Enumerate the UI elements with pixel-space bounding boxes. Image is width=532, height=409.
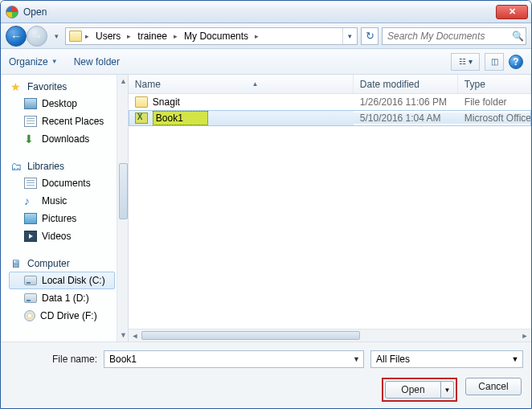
scroll-thumb[interactable] <box>141 331 360 340</box>
chevron-down-icon: ▼ <box>51 58 58 65</box>
breadcrumb-segment[interactable]: Users <box>92 31 124 42</box>
sidebar-item-local-disk-c[interactable]: Local Disk (C:) <box>9 272 115 289</box>
breadcrumb-segment[interactable]: trainee <box>134 31 170 42</box>
sidebar-item-downloads[interactable]: ⬇ Downloads <box>9 130 115 148</box>
file-row[interactable]: Book1 5/10/2016 1:04 AM Microsoft Office <box>129 110 531 126</box>
sidebar-item-desktop[interactable]: Desktop <box>9 95 115 112</box>
navigation-pane: ★ Favorites Desktop Recent Places ⬇ Down… <box>1 75 129 342</box>
sidebar-item-recent[interactable]: Recent Places <box>9 112 115 130</box>
chevron-right-icon: ▸ <box>172 32 179 40</box>
refresh-icon: ↻ <box>366 30 374 42</box>
sidebar-item-music[interactable]: ♪ Music <box>9 192 115 210</box>
back-button[interactable]: ← <box>6 26 27 47</box>
excel-icon <box>135 112 148 124</box>
sidebar-group-favorites[interactable]: ★ Favorites <box>9 80 115 95</box>
file-date: 5/10/2016 1:04 AM <box>354 112 458 124</box>
window-title: Open <box>23 6 47 18</box>
horizontal-scrollbar[interactable]: ◄ ► <box>129 329 531 342</box>
sidebar-group-label: Computer <box>27 258 70 269</box>
filename-combo[interactable]: ▼ <box>104 350 364 368</box>
sidebar-item-pictures[interactable]: Pictures <box>9 210 115 227</box>
column-type[interactable]: Type <box>458 75 531 93</box>
libraries-icon: 🗂 <box>10 161 23 172</box>
scroll-right-icon[interactable]: ► <box>518 332 531 340</box>
sidebar-group-libraries[interactable]: 🗂 Libraries <box>9 159 115 174</box>
sidebar-group-label: Libraries <box>27 161 64 172</box>
documents-icon <box>24 178 37 189</box>
file-filter-combo[interactable]: All Files ▼ <box>370 350 523 368</box>
chevron-right-icon: ▸ <box>84 32 91 40</box>
file-filter-value: All Files <box>371 354 508 365</box>
column-label: Name <box>135 79 161 90</box>
column-headers: Name ▲ Date modified Type <box>129 75 531 94</box>
column-label: Date modified <box>360 79 419 90</box>
file-date: 1/26/2016 11:06 PM <box>354 96 458 108</box>
arrow-right-icon: → <box>31 30 43 43</box>
view-icon: ☷ <box>459 57 466 66</box>
sidebar-group-computer[interactable]: 🖥 Computer <box>9 256 115 272</box>
address-dropdown[interactable]: ▾ <box>342 28 357 44</box>
search-input[interactable] <box>383 30 510 43</box>
file-row[interactable]: Snagit 1/26/2016 11:06 PM File folder <box>129 94 531 110</box>
file-list: Name ▲ Date modified Type Snagit 1/26/20… <box>129 75 531 342</box>
chevron-down-icon: ▾ <box>469 57 473 66</box>
sidebar-item-videos[interactable]: Videos <box>9 227 115 245</box>
chevron-right-icon: ▸ <box>125 32 133 40</box>
help-icon: ? <box>513 56 518 67</box>
open-button-highlight: Open ▼ <box>382 378 457 402</box>
preview-pane-button[interactable]: ◫ <box>485 53 504 71</box>
close-button[interactable]: ✕ <box>496 5 528 19</box>
scroll-down-icon[interactable]: ▼ <box>117 329 129 342</box>
address-bar[interactable]: ▸ Users ▸ trainee ▸ My Documents ▸ ▾ <box>65 27 358 45</box>
refresh-button[interactable]: ↻ <box>361 27 379 45</box>
sidebar-item-documents[interactable]: Documents <box>9 174 115 192</box>
sidebar-item-data-d[interactable]: Data 1 (D:) <box>9 289 115 307</box>
column-date[interactable]: Date modified <box>354 75 458 93</box>
star-icon: ★ <box>10 81 23 92</box>
help-button[interactable]: ? <box>509 55 523 69</box>
new-folder-label: New folder <box>74 56 120 67</box>
sidebar-scrollbar[interactable]: ▲ ▼ <box>117 75 129 342</box>
scroll-left-icon[interactable]: ◄ <box>129 332 141 340</box>
sidebar-item-label: Documents <box>42 178 91 189</box>
view-mode-button[interactable]: ☷ ▾ <box>451 53 480 71</box>
scroll-up-icon[interactable]: ▲ <box>117 75 129 88</box>
sidebar-item-label: Data 1 (D:) <box>42 292 89 304</box>
forward-button[interactable]: → <box>27 26 47 47</box>
scroll-thumb[interactable] <box>119 163 128 219</box>
chevron-down-icon[interactable]: ▼ <box>349 355 363 363</box>
cancel-button[interactable]: Cancel <box>465 378 522 395</box>
search-box[interactable]: 🔍 <box>382 27 526 45</box>
drive-icon <box>24 276 37 285</box>
history-dropdown[interactable]: ▾ <box>51 28 62 44</box>
breadcrumb-segment[interactable]: My Documents <box>181 31 252 42</box>
file-type: Microsoft Office <box>458 112 531 124</box>
sidebar-item-cd-drive-f[interactable]: CD Drive (F:) <box>9 307 115 325</box>
chrome-icon <box>6 6 18 18</box>
download-icon: ⬇ <box>24 133 37 145</box>
computer-icon: 🖥 <box>10 258 23 269</box>
dialog-footer: File name: ▼ All Files ▼ Open ▼ Cancel <box>1 342 531 409</box>
open-label: Open <box>401 384 424 395</box>
videos-icon <box>24 231 37 242</box>
filename-input[interactable] <box>104 353 349 366</box>
sort-asc-icon: ▲ <box>252 80 258 88</box>
arrow-left-icon: ← <box>10 30 22 43</box>
sidebar-item-label: Pictures <box>42 213 76 224</box>
open-button[interactable]: Open <box>385 381 441 399</box>
sidebar-item-label: Recent Places <box>42 116 104 127</box>
file-name: Snagit <box>153 96 180 108</box>
search-icon: 🔍 <box>510 31 526 42</box>
recent-icon <box>24 116 37 127</box>
organize-menu[interactable]: Organize ▼ <box>9 56 58 67</box>
nav-bar: ← → ▾ ▸ Users ▸ trainee ▸ My Documents ▸… <box>1 23 531 49</box>
desktop-icon <box>24 98 37 109</box>
chevron-down-icon[interactable]: ▼ <box>508 355 522 363</box>
sidebar-group-label: Favorites <box>27 81 67 92</box>
file-type: File folder <box>458 96 531 108</box>
folder-icon <box>69 31 82 42</box>
sidebar-item-label: Local Disk (C:) <box>42 275 105 286</box>
open-split-dropdown[interactable]: ▼ <box>441 381 454 399</box>
column-name[interactable]: Name ▲ <box>129 75 354 93</box>
new-folder-button[interactable]: New folder <box>74 56 120 67</box>
